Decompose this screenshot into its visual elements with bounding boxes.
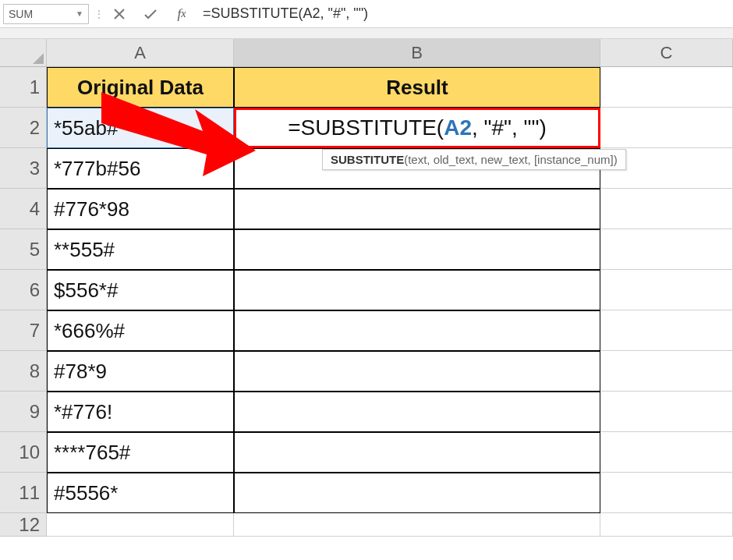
row-header[interactable]: 8 [0,351,47,392]
cell[interactable] [600,351,733,392]
cell[interactable]: *#776! [47,392,234,432]
cell[interactable] [600,392,733,432]
spreadsheet-grid: A B C 1 Original Data Result 2 *55ab# =S… [0,39,733,537]
cell[interactable]: *666%# [47,310,234,351]
table-row: 10 ****765# [0,432,733,473]
cell[interactable] [234,229,600,270]
cell[interactable]: $556*# [47,270,234,310]
cell[interactable] [600,473,733,513]
header-cell-B[interactable]: Result [234,67,600,108]
table-row: 12 [0,513,733,537]
col-header-B[interactable]: B [234,39,600,66]
name-box[interactable]: SUM ▼ [3,4,89,24]
table-row: 4 #776*98 [0,189,733,229]
cell[interactable] [234,473,600,513]
table-row: 2 *55ab# =SUBSTITUTE(A2, "#", "") SUBSTI… [0,108,733,148]
formula-bar: SUM ▼ ⋮ fx [0,0,733,28]
cell[interactable] [234,392,600,432]
col-header-C[interactable]: C [600,39,733,66]
cell[interactable]: #78*9 [47,351,234,392]
table-row: 11 #5556* [0,473,733,513]
cell-A2[interactable]: *55ab# [47,108,234,148]
row-header[interactable]: 7 [0,310,47,351]
tooltip-args: (text, old_text, new_text, [instance_num… [404,153,617,166]
col-header-A[interactable]: A [47,39,234,66]
formula-bar-buttons: fx [103,5,198,23]
cell[interactable] [234,189,600,229]
cell[interactable] [234,432,600,473]
tooltip-fn-name: SUBSTITUTE [331,153,404,166]
table-row: 9 *#776! [0,392,733,432]
cell[interactable] [47,513,234,537]
row-header[interactable]: 9 [0,392,47,432]
cell[interactable] [600,310,733,351]
cell[interactable] [600,67,733,108]
row-header[interactable]: 12 [0,513,47,537]
gray-strip [0,28,733,39]
cell[interactable] [600,513,733,537]
row-header[interactable]: 5 [0,229,47,270]
cell[interactable] [600,270,733,310]
function-tooltip: SUBSTITUTE(text, old_text, new_text, [in… [322,149,626,170]
cell[interactable] [234,270,600,310]
header-cell-A[interactable]: Original Data [47,67,234,108]
cancel-icon[interactable] [111,5,128,23]
row-header[interactable]: 3 [0,148,47,189]
cell[interactable]: ****765# [47,432,234,473]
formula-suffix: , "#", "") [472,115,547,140]
formula-ref: A2 [444,115,472,140]
formula-input[interactable] [198,4,733,24]
table-row: 7 *666%# [0,310,733,351]
enter-icon[interactable] [142,5,159,23]
cell[interactable] [600,432,733,473]
cell[interactable]: *777b#56 [47,148,234,189]
cell[interactable]: #776*98 [47,189,234,229]
row-header[interactable]: 2 [0,108,47,148]
row-header[interactable]: 1 [0,67,47,108]
cell-B2-editing[interactable]: =SUBSTITUTE(A2, "#", "") SUBSTITUTE(text… [234,108,600,148]
column-headers: A B C [0,39,733,67]
grid-rows: 1 Original Data Result 2 *55ab# =SUBSTIT… [0,67,733,537]
row-header[interactable]: 6 [0,270,47,310]
table-row: 6 $556*# [0,270,733,310]
row-header[interactable]: 4 [0,189,47,229]
table-row: 8 #78*9 [0,351,733,392]
chevron-down-icon[interactable]: ▼ [76,9,83,18]
cell[interactable] [600,229,733,270]
table-row: 5 **555# [0,229,733,270]
select-all-corner[interactable] [0,39,47,66]
row-header[interactable]: 10 [0,432,47,473]
cell[interactable] [600,189,733,229]
cell[interactable]: **555# [47,229,234,270]
cell[interactable] [600,108,733,148]
cell[interactable] [234,310,600,351]
fx-icon[interactable]: fx [173,5,190,23]
row-header[interactable]: 11 [0,473,47,513]
drag-handle-icon[interactable]: ⋮ [89,8,103,20]
table-row: 1 Original Data Result [0,67,733,108]
name-box-value: SUM [9,8,33,20]
cell-B2-formula: =SUBSTITUTE(A2, "#", "") [288,115,547,140]
formula-prefix: =SUBSTITUTE( [288,115,444,140]
cell[interactable] [234,351,600,392]
cell[interactable] [234,513,600,537]
cell[interactable]: #5556* [47,473,234,513]
